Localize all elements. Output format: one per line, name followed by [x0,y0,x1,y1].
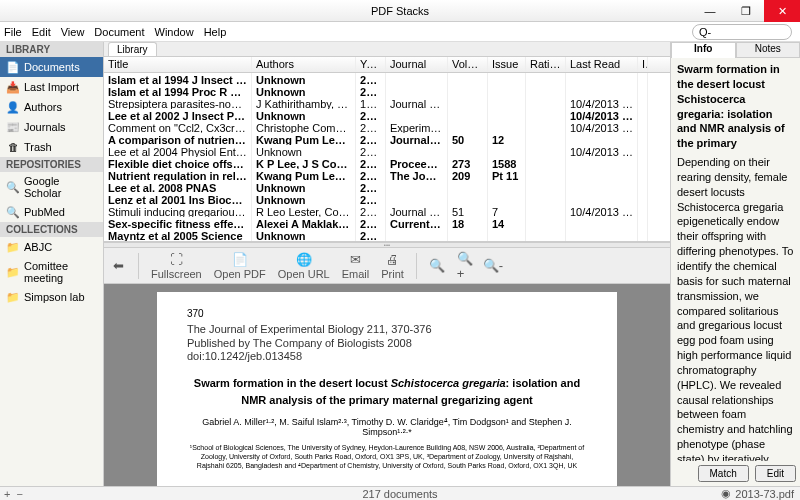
open-pdf-button[interactable]: 📄Open PDF [214,251,266,280]
sidebar-item-pubmed[interactable]: 🔍PubMed [0,202,103,222]
open-url-button[interactable]: 🌐Open URL [278,251,330,280]
table-row[interactable]: A comparison of nutrient regulation …Kwa… [104,133,670,145]
sidebar-item-journals[interactable]: 📰Journals [0,117,103,137]
column-year[interactable]: Year [356,57,386,72]
paper-title: Swarm formation in the desert locust Sch… [187,375,587,409]
info-title: Swarm formation in the desert locust Sch… [677,62,794,151]
sidebar-item-simpson-lab[interactable]: 📁Simpson lab [0,287,103,307]
fullscreen-button-icon: ⛶ [168,251,184,267]
menu-bar: FileEditViewDocumentWindowHelp [0,22,800,42]
sidebar-item-comittee-meeting[interactable]: 📁Comittee meeting [0,257,103,287]
zoom-in[interactable]: 🔍+ [457,258,473,274]
column-volume[interactable]: Volume [448,57,488,72]
search-input[interactable]: Q- [692,24,792,40]
tab-bar: Library [104,42,670,57]
table-row[interactable]: Lee et al. 2008 PNASUnknown2013 [104,181,670,193]
open-url-button-icon: 🌐 [296,251,312,267]
menu-document[interactable]: Document [94,26,144,38]
info-panel: Info Notes Swarm formation in the desert… [670,42,800,486]
fullscreen-button[interactable]: ⛶Fullscreen [151,251,202,280]
comittee-meeting-icon: 📁 [6,265,20,279]
tab-notes[interactable]: Notes [736,42,801,58]
table-row[interactable]: Strepsiptera parasites-novel biocontrol…… [104,97,670,109]
column-authors[interactable]: Authors [252,57,356,72]
zoom-out[interactable]: 🔍- [485,258,501,274]
table-row[interactable]: Islam et al 1994 J Insect PhysiolUnknown… [104,73,670,85]
match-button[interactable]: Match [698,465,749,482]
table-row[interactable]: Lee et al 2002 J Insect PhysiolUnknown20… [104,109,670,121]
pubmed-icon: 🔍 [6,205,20,219]
print-button-icon: 🖨 [385,251,401,267]
repositories-header: REPOSITORIES [0,157,103,172]
edit-button[interactable]: Edit [755,465,796,482]
simpson-lab-icon: 📁 [6,290,20,304]
add-button[interactable]: + [4,488,10,500]
pdf-preview: 370 The Journal of Experimental Biology … [104,284,670,486]
library-header: LIBRARY [0,42,103,57]
sidebar-item-abjc[interactable]: 📁ABJC [0,237,103,257]
status-bar: +− 217 documents ◉2013-73.pdf [0,486,800,500]
last-import-icon: 📥 [6,80,20,94]
page-number: 370 [187,308,587,319]
table-row[interactable]: Comment on "Ccl2, Cx3cr1 and Ccl2/Cx…Chr… [104,121,670,133]
column-last-read[interactable]: Last Read [566,57,638,72]
trash-icon: 🗑 [6,140,20,154]
column-im[interactable]: Im [638,57,648,72]
paper-authors: Gabriel A. Miller¹·², M. Saiful Islam²·³… [187,417,587,437]
column-rating[interactable]: Rating [526,57,566,72]
chrome-icon: ◉ [721,487,731,500]
google-scholar-icon: 🔍 [6,180,20,194]
table-row[interactable]: Flexible diet choice offsets protein c…K… [104,157,670,169]
info-abstract: Depending on their rearing density, fema… [677,155,794,461]
menu-file[interactable]: File [4,26,22,38]
column-issue[interactable]: Issue [488,57,526,72]
maximize-button[interactable]: ❐ [728,0,764,22]
column-title[interactable]: Title [104,57,252,72]
table-row[interactable]: Nutrient regulation in relation to die…K… [104,169,670,181]
table-row[interactable]: Lee et al 2004 Physiol EntomolUnknown201… [104,145,670,157]
preview-toolbar: ⬅⛶Fullscreen📄Open PDF🌐Open URL✉Email🖨Pri… [104,248,670,284]
back-button[interactable]: ⬅ [110,257,126,274]
open-pdf-button-icon: 📄 [232,251,248,267]
menu-view[interactable]: View [61,26,85,38]
column-journal[interactable]: Journal [386,57,448,72]
tab-info[interactable]: Info [671,42,736,58]
tab-library[interactable]: Library [108,42,157,56]
menu-edit[interactable]: Edit [32,26,51,38]
sidebar-item-authors[interactable]: 👤Authors [0,97,103,117]
status-count: 217 documents [362,488,437,500]
app-title: PDF Stacks [371,5,429,17]
abjc-icon: 📁 [6,240,20,254]
collections-header: COLLECTIONS [0,222,103,237]
sidebar: LIBRARY 📄Documents📥Last Import👤Authors📰J… [0,42,104,486]
journals-icon: 📰 [6,120,20,134]
table-row[interactable]: Mayntz et al 2005 ScienceUnknown2013 [104,229,670,241]
zoom-reset[interactable]: 🔍 [429,258,445,274]
table-row[interactable]: Lenz et al 2001 Ins Biochem Mol BiolUnkn… [104,193,670,205]
back-button-icon: ⬅ [110,257,126,273]
title-bar: PDF Stacks — ❐ ✕ [0,0,800,22]
table-row[interactable]: Sex-specific fitness effects of nutrie…A… [104,217,670,229]
sidebar-item-documents[interactable]: 📄Documents [0,57,103,77]
minimize-button[interactable]: — [692,0,728,22]
authors-icon: 👤 [6,100,20,114]
table-row[interactable]: Islam et al 1994 Proc R Soc BUnknown2013 [104,85,670,97]
paper-affiliations: ¹School of Biological Sciences, The Univ… [187,443,587,470]
close-button[interactable]: ✕ [764,0,800,22]
email-button[interactable]: ✉Email [342,251,370,280]
menu-window[interactable]: Window [155,26,194,38]
print-button[interactable]: 🖨Print [381,251,404,280]
sidebar-item-trash[interactable]: 🗑Trash [0,137,103,157]
remove-button[interactable]: − [16,488,22,500]
email-button-icon: ✉ [347,251,363,267]
sidebar-item-last-import[interactable]: 📥Last Import [0,77,103,97]
document-table: TitleAuthorsYearJournalVolumeIssueRating… [104,57,670,242]
sidebar-item-google-scholar[interactable]: 🔍Google Scholar [0,172,103,202]
documents-icon: 📄 [6,60,20,74]
status-pdf[interactable]: 2013-73.pdf [735,488,794,500]
menu-help[interactable]: Help [204,26,227,38]
table-row[interactable]: Stimuli inducing gregarious colouratio…R… [104,205,670,217]
